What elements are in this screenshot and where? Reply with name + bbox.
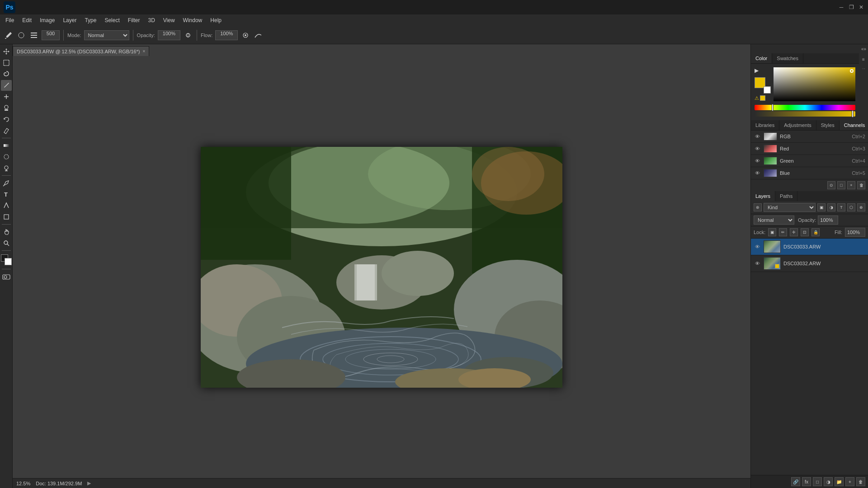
shape-tool[interactable] <box>1 211 12 222</box>
layer-row-1[interactable]: 👁 DSC03033.ARW <box>751 239 868 255</box>
channel-row-red[interactable]: 👁 Red Ctrl+3 <box>751 143 868 155</box>
type-filter-btn[interactable]: T <box>837 203 845 211</box>
background-color-swatch[interactable] <box>5 258 12 265</box>
airbrush-icon[interactable] <box>241 30 250 40</box>
path-select-tool[interactable] <box>1 200 12 211</box>
minimize-button[interactable]: ─ <box>838 4 844 10</box>
ch-save-btn[interactable]: □ <box>837 181 845 189</box>
eraser-tool[interactable] <box>1 125 12 136</box>
opacity-input[interactable]: 100% <box>818 216 838 225</box>
background-preview[interactable] <box>764 86 771 94</box>
lasso-tool[interactable] <box>1 69 12 80</box>
mode-select[interactable]: Normal <box>84 30 129 40</box>
close-button[interactable]: ✕ <box>858 4 864 10</box>
menu-edit[interactable]: Edit <box>19 16 35 24</box>
ch-dotted-circle-btn[interactable]: ⊙ <box>827 181 835 189</box>
tab-layers[interactable]: Layers <box>751 191 775 201</box>
dodge-tool[interactable] <box>1 163 12 174</box>
brush-tool[interactable] <box>1 80 12 91</box>
blur-tool[interactable] <box>1 151 12 162</box>
document-tab[interactable]: DSC03033.ARW @ 12.5% (DSC03033.ARW, RGB/… <box>13 46 149 56</box>
shape-filter-btn[interactable]: ⬡ <box>847 203 855 211</box>
menu-filter[interactable]: Filter <box>124 16 144 24</box>
text-tool[interactable]: T <box>1 189 12 200</box>
brush-tool-icon[interactable] <box>4 30 14 40</box>
layer-eye-1[interactable]: 👁 <box>754 243 761 250</box>
blend-mode-select[interactable]: Normal <box>754 216 794 225</box>
color-gradient-picker[interactable] <box>774 67 855 101</box>
pixel-filter-btn[interactable]: ▣ <box>817 203 826 211</box>
tab-swatches[interactable]: Swatches <box>772 53 803 63</box>
opacity-input[interactable]: 100% <box>158 30 180 40</box>
adjust-filter-btn[interactable]: ◑ <box>827 203 835 211</box>
play-button[interactable]: ▶ <box>755 67 759 74</box>
delete-layer-btn[interactable]: 🗑 <box>856 477 865 486</box>
tab-close-button[interactable]: × <box>142 49 145 54</box>
stamp-tool[interactable] <box>1 103 12 113</box>
opacity-slider[interactable] <box>755 111 855 117</box>
gamut-swatch[interactable] <box>760 95 765 101</box>
brush-settings-icon[interactable] <box>29 30 39 40</box>
tab-adjustments[interactable]: Adjustments <box>779 120 816 130</box>
quick-mask-button[interactable] <box>1 271 12 282</box>
menu-window[interactable]: Window <box>179 16 206 24</box>
zoom-tool[interactable] <box>1 238 12 249</box>
layer-mask-btn[interactable]: □ <box>813 477 822 486</box>
heal-tool[interactable] <box>1 91 12 102</box>
menu-view[interactable]: View <box>160 16 179 24</box>
brush-size-input[interactable]: 500 <box>42 30 60 40</box>
layers-filter-icon[interactable]: ⊛ <box>754 203 762 211</box>
tab-channels[interactable]: Channels <box>840 120 868 130</box>
menu-help[interactable]: Help <box>207 16 225 24</box>
layer-eye-2[interactable]: 👁 <box>754 260 761 267</box>
hand-tool[interactable] <box>1 226 12 237</box>
menu-layer[interactable]: Layer <box>59 16 80 24</box>
channel-eye-green[interactable]: 👁 <box>754 157 761 164</box>
ch-delete-btn[interactable]: 🗑 <box>857 181 865 189</box>
group-layers-btn[interactable]: 📁 <box>835 477 844 486</box>
lock-pixels-btn[interactable]: ▣ <box>768 228 776 236</box>
channel-row-rgb[interactable]: 👁 RGB Ctrl+2 <box>751 131 868 143</box>
canvas-container[interactable] <box>13 56 750 478</box>
smoothing-icon[interactable] <box>253 30 263 40</box>
channel-row-blue[interactable]: 👁 Blue Ctrl+5 <box>751 167 868 179</box>
move-tool[interactable] <box>1 46 12 57</box>
status-arrow[interactable]: ▶ <box>87 480 91 486</box>
channel-eye-rgb[interactable]: 👁 <box>754 133 761 140</box>
history-brush-tool[interactable] <box>1 114 12 125</box>
brush-size-icon[interactable] <box>16 30 26 40</box>
lock-artboard-btn[interactable]: ⊡ <box>801 228 809 236</box>
menu-3d[interactable]: 3D <box>144 16 158 24</box>
tab-styles[interactable]: Styles <box>816 120 840 130</box>
panel-resize-btn[interactable]: ⋮ <box>859 65 868 73</box>
restore-button[interactable]: ❐ <box>848 4 854 10</box>
menu-image[interactable]: Image <box>36 16 58 24</box>
adjustment-layer-btn[interactable]: ◑ <box>824 477 833 486</box>
tab-paths[interactable]: Paths <box>775 191 797 201</box>
panel-menu-btn[interactable]: ≡ <box>859 55 868 63</box>
panel-toggle-button[interactable]: «» <box>751 44 868 53</box>
tab-color[interactable]: Color <box>751 53 772 63</box>
lock-position-btn[interactable]: ✛ <box>790 228 798 236</box>
menu-type[interactable]: Type <box>81 16 100 24</box>
new-layer-btn[interactable]: + <box>845 477 854 486</box>
gradient-tool[interactable] <box>1 140 12 151</box>
channel-eye-red[interactable]: 👁 <box>754 145 761 152</box>
link-layers-btn[interactable]: 🔗 <box>791 477 800 486</box>
fill-input[interactable] <box>845 228 865 237</box>
flow-input[interactable]: 100% <box>215 30 238 40</box>
smart-filter-btn[interactable]: ⊕ <box>857 203 865 211</box>
lock-all-btn[interactable]: 🔒 <box>811 228 820 236</box>
ch-add-btn[interactable]: + <box>847 181 855 189</box>
layers-filter-select[interactable]: Kind <box>764 203 816 212</box>
opacity-toggle-icon[interactable] <box>183 30 193 40</box>
menu-select[interactable]: Select <box>101 16 123 24</box>
menu-file[interactable]: File <box>2 16 18 24</box>
hue-slider[interactable] <box>755 105 855 110</box>
tab-libraries[interactable]: Libraries <box>751 120 779 130</box>
layer-fx-btn[interactable]: fx <box>802 477 811 486</box>
pen-tool[interactable] <box>1 178 12 188</box>
channel-row-green[interactable]: 👁 Green Ctrl+4 <box>751 155 868 167</box>
channel-eye-blue[interactable]: 👁 <box>754 169 761 177</box>
layer-row-2[interactable]: 👁 DSC03032.ARW <box>751 255 868 272</box>
